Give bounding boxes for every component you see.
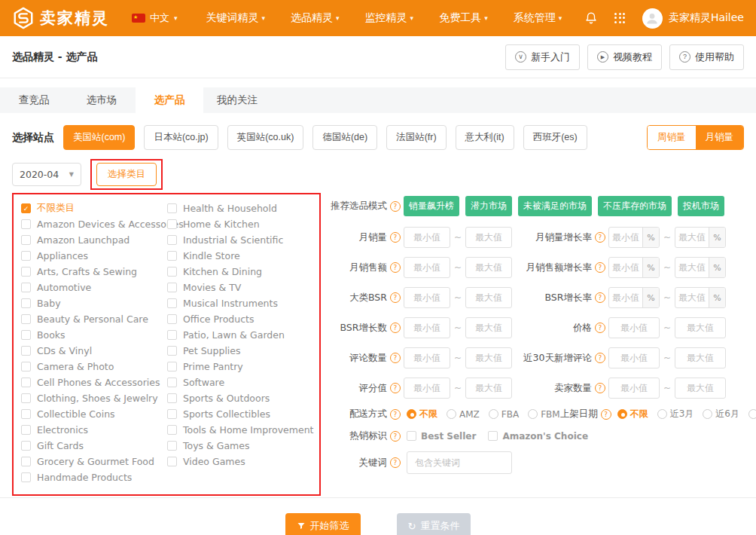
category-item[interactable]: Books <box>21 327 167 343</box>
range-input[interactable]: 最大值 <box>465 257 512 278</box>
radio-selected-icon[interactable] <box>407 409 416 419</box>
hot-badge-option[interactable]: Best Seller <box>407 431 476 442</box>
range-input[interactable]: 最大值 <box>465 317 512 338</box>
category-item[interactable]: Office Products <box>167 311 313 327</box>
brand[interactable]: 卖家精灵 <box>12 7 109 29</box>
choose-category-button[interactable]: 选择类目 <box>96 163 157 186</box>
radio-icon[interactable] <box>703 409 712 419</box>
help-icon[interactable]: ? <box>390 201 401 212</box>
radio-option[interactable]: 不限 <box>617 408 648 420</box>
category-item[interactable]: Collectible Coins <box>21 406 167 422</box>
range-input[interactable]: 最小值% <box>608 287 660 308</box>
help-icon[interactable]: ? <box>390 457 401 468</box>
category-item[interactable]: Clothing, Shoes & Jewelry <box>21 390 167 406</box>
checkbox-icon[interactable] <box>167 298 177 308</box>
user-menu[interactable]: 卖家精灵Hailee <box>642 8 744 29</box>
range-input[interactable]: 最小值 <box>404 257 450 278</box>
category-item[interactable]: Sports & Outdoors <box>167 390 313 406</box>
checkbox-icon[interactable] <box>167 283 177 292</box>
help-icon[interactable]: ? <box>390 409 401 420</box>
site-button-es[interactable]: 西班牙(es) <box>523 125 587 150</box>
range-input[interactable]: 最小值 <box>608 378 660 399</box>
help-icon[interactable]: ? <box>595 262 605 273</box>
category-item[interactable]: Electronics <box>21 422 167 438</box>
range-input[interactable]: 最大值 <box>675 378 726 399</box>
mode-tag-potential-market[interactable]: 潜力市场 <box>465 196 512 216</box>
checkbox-icon[interactable] <box>21 362 31 371</box>
hot-badge-option[interactable]: Amazon's Choice <box>488 431 588 442</box>
checkbox-icon[interactable] <box>167 409 177 419</box>
checkbox-icon[interactable] <box>167 267 177 277</box>
help-icon[interactable]: ? <box>390 292 401 303</box>
category-item[interactable]: Grocery & Gourmet Food <box>21 454 167 469</box>
help-icon[interactable]: ? <box>601 409 611 420</box>
checkbox-icon[interactable] <box>488 431 498 441</box>
radio-option[interactable]: 不限 <box>407 408 437 420</box>
category-item[interactable]: Kindle Store <box>167 248 313 264</box>
help-icon[interactable]: ? <box>390 232 401 243</box>
help-icon[interactable]: ? <box>390 323 401 333</box>
nav-item-system-admin[interactable]: 系统管理▾ <box>514 11 562 25</box>
range-input[interactable]: 最小值 <box>404 347 450 368</box>
site-button-jp[interactable]: 日本站(co.jp) <box>144 125 218 150</box>
checkbox-icon[interactable] <box>167 203 177 213</box>
category-item[interactable]: Cell Phones & Accessories <box>21 374 167 390</box>
bell-icon[interactable] <box>584 11 598 25</box>
checkbox-icon[interactable] <box>21 346 31 356</box>
category-item[interactable]: ✓不限类目 <box>21 200 167 216</box>
help-icon[interactable]: ? <box>595 232 605 243</box>
checkbox-icon[interactable] <box>21 409 31 419</box>
checkbox-icon[interactable] <box>21 425 31 435</box>
checkbox-icon[interactable] <box>167 235 177 245</box>
category-item[interactable]: Movies & TV <box>167 280 313 295</box>
apps-grid-icon[interactable] <box>614 13 626 24</box>
checkbox-icon[interactable] <box>21 298 31 308</box>
site-button-fr[interactable]: 法国站(fr) <box>386 125 446 150</box>
checkbox-icon[interactable] <box>21 378 31 387</box>
category-item[interactable]: Automotive <box>21 280 167 295</box>
range-input[interactable]: 最小值 <box>404 287 450 308</box>
checkbox-icon[interactable] <box>21 235 31 245</box>
radio-option[interactable]: 近3月 <box>657 408 694 420</box>
checkbox-icon[interactable] <box>21 267 31 277</box>
keyword-input[interactable]: 包含关键词 <box>407 451 512 474</box>
category-item[interactable]: Amazon Launchpad <box>21 232 167 248</box>
category-item[interactable]: Musical Instruments <box>167 295 313 311</box>
weekly-sales-toggle[interactable]: 周销量 <box>648 126 696 149</box>
radio-option[interactable]: FBA <box>489 409 519 420</box>
range-input[interactable]: 最小值 <box>404 227 450 248</box>
nav-item-monitor-sprite[interactable]: 监控精灵▾ <box>365 11 414 25</box>
checkbox-icon[interactable] <box>21 472 31 482</box>
monthly-sales-toggle[interactable]: 月销量 <box>696 126 744 149</box>
range-input[interactable]: 最小值% <box>608 257 660 278</box>
radio-selected-icon[interactable] <box>617 409 627 419</box>
checkbox-icon[interactable] <box>167 362 177 371</box>
help-icon[interactable]: ? <box>595 383 605 393</box>
radio-icon[interactable] <box>657 409 667 419</box>
checkbox-icon[interactable] <box>21 441 31 451</box>
range-input[interactable]: 最大值% <box>675 227 726 248</box>
start-filter-button[interactable]: 开始筛选 <box>285 513 361 535</box>
category-item[interactable]: Camera & Photo <box>21 359 167 374</box>
range-input[interactable]: 最大值 <box>465 378 512 399</box>
checkbox-icon[interactable] <box>21 457 31 466</box>
site-button-de[interactable]: 德国站(de) <box>312 125 377 150</box>
category-item[interactable]: Tools & Home Improvement <box>167 422 313 438</box>
help-icon[interactable]: ? <box>390 431 401 442</box>
radio-option[interactable]: 近1年 <box>748 408 756 420</box>
mode-tag-sales-surge[interactable]: 销量飙升榜 <box>404 196 459 216</box>
category-item[interactable]: Handmade Products <box>21 469 167 485</box>
checkbox-icon[interactable] <box>167 393 177 403</box>
range-input[interactable]: 最大值 <box>675 347 726 368</box>
range-input[interactable]: 最大值% <box>675 287 726 308</box>
radio-option[interactable]: 近6月 <box>703 408 739 420</box>
radio-icon[interactable] <box>528 409 538 419</box>
checkbox-icon[interactable] <box>21 219 31 229</box>
help-icon[interactable]: ? <box>390 353 401 363</box>
range-input[interactable]: 最小值 <box>404 378 450 399</box>
checkbox-icon[interactable] <box>167 441 177 451</box>
radio-icon[interactable] <box>748 409 756 419</box>
range-input[interactable]: 最小值 <box>404 317 450 338</box>
language-switcher[interactable]: ★ 中文 ▾ <box>132 11 178 25</box>
help-icon[interactable]: ? <box>390 383 401 393</box>
